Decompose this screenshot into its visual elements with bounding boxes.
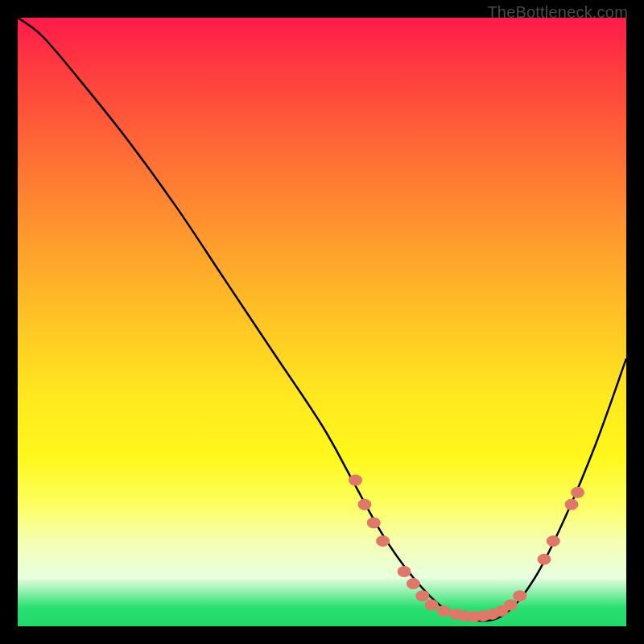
data-marker xyxy=(425,600,439,611)
data-marker xyxy=(407,578,420,589)
data-marker xyxy=(376,535,390,547)
data-marker xyxy=(398,566,411,577)
data-marker xyxy=(504,600,518,611)
data-marker xyxy=(415,590,429,601)
data-marker xyxy=(513,590,526,601)
bottleneck-curve xyxy=(18,18,626,621)
plot-area xyxy=(18,18,626,626)
data-marker xyxy=(564,499,578,510)
curve-svg xyxy=(18,18,626,626)
attribution-text: TheBottleneck.com xyxy=(487,3,628,22)
data-marker xyxy=(571,487,584,498)
data-marker xyxy=(537,554,551,565)
data-marker xyxy=(349,475,362,486)
data-marker xyxy=(357,499,371,510)
data-markers xyxy=(349,475,584,622)
data-marker xyxy=(547,535,560,547)
chart-container: TheBottleneck.com xyxy=(0,0,644,644)
data-marker xyxy=(437,605,451,617)
data-marker xyxy=(367,517,381,528)
